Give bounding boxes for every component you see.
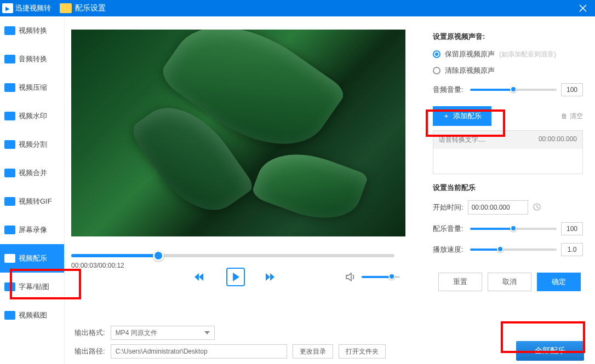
reset-button[interactable]: 重置 [438,273,482,291]
next-icon [265,272,278,282]
radio-keep-audio[interactable]: 保留原视频原声 (如添加配音则混音) [433,49,583,59]
dialog-title: 配乐设置 [75,3,106,13]
list-item[interactable]: 语音转换文字.... 00:00:00.000 [433,131,582,149]
sidebar-item-gif[interactable]: 视频转GIF [0,187,64,216]
watermark-icon [4,112,15,120]
slider-thumb[interactable] [510,86,517,93]
speaker-icon [345,272,356,282]
audio-volume-label: 音频音量: [433,85,466,95]
music-icon [4,254,15,263]
sidebar-item-label: 视频压缩 [19,83,47,93]
output-format-select[interactable]: MP4 同原文件 [111,326,215,340]
add-music-button[interactable]: ＋ 添加配乐 [433,106,491,126]
sidebar-item-subtitle[interactable]: 字幕/贴图 [0,273,64,301]
subtitle-icon [4,282,15,291]
sidebar-item-music[interactable]: 视频配乐 [0,244,64,273]
app-title-group: ▶ 迅捷视频转 [0,3,51,13]
output-path-value: C:\Users\Administrator\Desktop [116,348,208,355]
sidebar-item-video-compress[interactable]: 视频压缩 [0,73,64,102]
cancel-button[interactable]: 取消 [488,273,531,291]
music-volume-slider[interactable] [470,228,557,230]
dialog-title-group: 配乐设置 [60,3,106,13]
play-speed-slider[interactable] [470,249,557,251]
prev-icon [193,272,207,282]
change-dir-button[interactable]: 更改目录 [293,344,333,359]
add-music-label: 添加配乐 [453,111,482,121]
sidebar-item-merge[interactable]: 视频合并 [0,159,64,187]
sidebar: 视频转换 音频转换 视频压缩 视频水印 视频分割 视频合并 视频转GIF 屏幕录… [0,16,65,364]
list-item-name: 语音转换文字.... [439,135,485,145]
radio-icon [433,50,440,58]
music-list: 语音转换文字.... 00:00:00.000 [433,130,583,174]
clear-label: 清空 [570,112,583,121]
sidebar-item-label: 视频转换 [19,26,47,36]
output-path-label: 输出路径: [75,346,105,356]
mute-button[interactable] [345,272,356,282]
trash-icon: 🗑 [561,112,568,120]
reset-time-button[interactable] [533,203,541,213]
gif-icon [4,197,15,206]
apply-all-button[interactable]: 全部配乐 [516,341,584,361]
audio-volume-value[interactable]: 100 [561,83,583,96]
radio-keep-hint: (如添加配音则混音) [499,50,556,59]
dialog-icon [60,3,72,13]
sidebar-item-label: 视频分割 [19,140,47,149]
radio-clear-audio[interactable]: 清除原视频原声 [433,66,583,76]
prev-button[interactable] [193,272,207,282]
history-icon [533,203,541,211]
screenshot-icon [4,311,15,320]
close-icon [579,4,587,12]
confirm-button[interactable]: 确定 [537,273,581,291]
slider-thumb[interactable] [497,246,504,252]
play-icon [232,273,239,281]
music-volume-label: 配乐音量: [433,224,466,234]
close-button[interactable] [571,0,595,16]
video-preview[interactable] [71,30,405,236]
volume-thumb[interactable] [388,273,395,280]
start-time-input[interactable]: 00:00:00.000 [468,200,528,215]
section-current-music: 设置当前配乐 [433,183,583,193]
progress-slider[interactable] [71,254,394,257]
app-name: 迅捷视频转 [15,3,51,13]
slider-thumb[interactable] [510,225,517,232]
sidebar-item-screenshot[interactable]: 视频截图 [0,301,64,330]
sidebar-item-label: 视频配乐 [19,253,47,263]
sidebar-item-label: 视频截图 [19,310,47,320]
play-speed-label: 播放速度: [433,245,466,255]
player-volume-slider[interactable] [362,276,400,278]
play-speed-value[interactable]: 1.0 [561,243,583,256]
radio-keep-label: 保留原视频原声 [445,49,495,59]
sidebar-item-watermark[interactable]: 视频水印 [0,102,64,130]
progress-thumb[interactable] [153,250,164,261]
output-settings: 输出格式: MP4 同原文件 输出路径: C:\Users\Administra… [75,323,428,361]
sidebar-item-label: 音频转换 [19,54,47,64]
sidebar-item-video-convert[interactable]: 视频转换 [0,16,64,45]
output-format-value: MP4 同原文件 [116,328,157,338]
music-volume-value[interactable]: 100 [561,222,583,235]
sidebar-item-label: 屏幕录像 [19,225,47,235]
audio-volume-slider[interactable] [470,89,557,91]
radio-clear-label: 清除原视频原声 [445,66,495,76]
output-path-field[interactable]: C:\Users\Administrator\Desktop [111,344,287,359]
center-panel: 00:00:03/00:00:12 输出格式: MP4 同原文件 输 [65,16,428,364]
sidebar-item-label: 视频水印 [19,111,47,121]
settings-panel: 设置原视频声音: 保留原视频原声 (如添加配音则混音) 清除原视频原声 音频音量… [428,16,595,364]
sidebar-item-audio-convert[interactable]: 音频转换 [0,45,64,73]
sidebar-item-label: 视频合并 [19,168,47,178]
sidebar-item-label: 字幕/贴图 [19,282,49,292]
section-original-audio: 设置原视频声音: [433,32,583,42]
sidebar-item-split[interactable]: 视频分割 [0,130,64,159]
open-dir-button[interactable]: 打开文件夹 [339,344,386,359]
title-bar: ▶ 迅捷视频转 配乐设置 [0,0,595,16]
chevron-down-icon [204,331,210,334]
play-button[interactable] [226,268,245,286]
app-icon: ▶ [2,3,13,13]
sidebar-item-record[interactable]: 屏幕录像 [0,216,64,244]
audio-icon [4,55,15,63]
next-button[interactable] [265,272,278,282]
split-icon [4,140,15,149]
merge-icon [4,169,15,177]
sidebar-item-label: 视频转GIF [19,197,52,206]
plus-icon: ＋ [443,111,450,121]
clear-list-button[interactable]: 🗑 清空 [561,112,583,121]
